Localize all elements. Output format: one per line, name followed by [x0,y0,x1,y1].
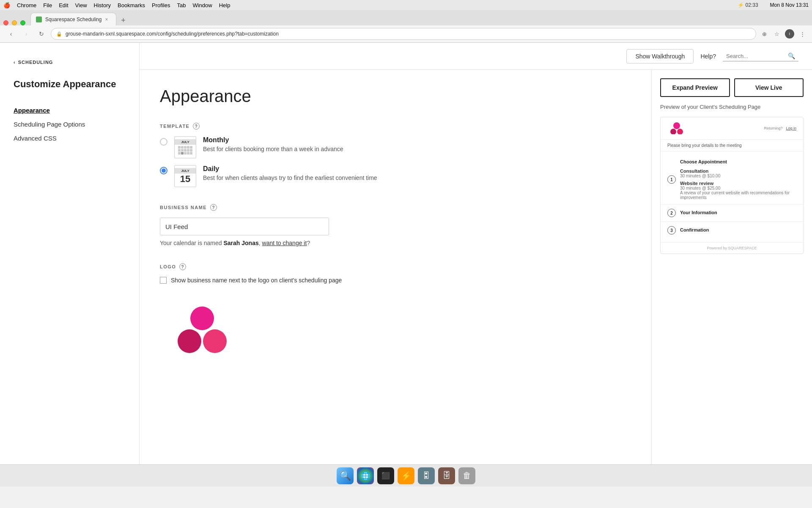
menu-bookmarks[interactable]: Bookmarks [118,2,145,8]
sp-step-1[interactable]: 1 Choose Appointment Consultation 30 min… [661,155,803,204]
change-calendar-link[interactable]: want to change it [262,240,307,246]
sp-step-3[interactable]: 3 Confirmation [661,222,803,239]
dock: 🔍 🌐 ⬛ ⚡ 🎛 🗄 🗑 [0,464,812,486]
sp-step-2[interactable]: 2 Your Information [661,204,803,222]
dock-finder[interactable]: 🔍 [337,467,354,484]
menu-file[interactable]: File [43,2,52,8]
sidebar-item-appearance[interactable]: Appearance [14,104,126,116]
svg-point-5 [677,129,683,134]
sp-mini-logo [667,122,684,134]
maximize-window-button[interactable] [20,20,25,25]
business-name-section: BUSINESS NAME ? Your calendar is named S… [160,204,631,246]
reload-button[interactable]: ↻ [36,28,47,40]
search-icon[interactable]: 🔍 [788,52,795,59]
logo-checkbox-row: Show business name next to the logo on c… [160,277,631,284]
dock-controls[interactable]: 🎛 [418,467,435,484]
show-walkthrough-button[interactable]: Show Walkthrough [626,49,694,64]
menu-history[interactable]: History [94,2,111,8]
log-in-link[interactable]: Log in [786,126,796,130]
content-row: Appearance TEMPLATE ? JULY [140,70,812,464]
template-daily-desc: Best for when clients always try to find… [203,174,377,182]
tab-close-button[interactable]: × [105,17,111,22]
business-name-input[interactable] [160,218,329,235]
consultation-detail: 30 minutes @ $10.00 [680,174,796,178]
menu-edit[interactable]: Edit [59,2,68,8]
template-help-icon[interactable]: ? [193,123,200,130]
menu-chrome[interactable]: Chrome [17,2,36,8]
cast-icon[interactable]: ⊕ [760,29,769,39]
new-tab-button[interactable]: + [118,15,128,25]
dock-charged[interactable]: ⚡ [398,467,414,484]
view-live-button[interactable]: View Live [734,78,804,97]
website-review-subdesc: A review of your current website with re… [680,190,796,200]
minimize-window-button[interactable] [12,20,17,25]
template-monthly-desc: Best for clients booking more than a wee… [203,145,343,154]
returning-text: Returning? [764,126,782,130]
tab-favicon [36,17,42,22]
business-name-label-text: BUSINESS NAME [160,205,207,210]
sp-step-1-number: 1 [667,175,676,184]
tab-title: Squarespace Scheduling [45,17,102,22]
bookmark-icon[interactable]: ☆ [772,29,782,39]
svg-point-0 [190,306,214,330]
search-bar: 🔍 [723,51,798,61]
sidebar: ‹ SCHEDULING Customize Appearance Appear… [0,43,140,464]
sp-step-3-number: 3 [667,226,676,235]
tabs-bar: Squarespace Scheduling × + [0,10,812,25]
top-bar: Show Walkthrough Help? 🔍 [140,43,812,70]
template-daily-icon: JULY 15 [174,165,196,187]
template-daily-radio[interactable] [160,167,167,174]
mac-menu-bar: 🍎 Chrome File Edit View History Bookmark… [0,0,812,10]
svg-point-4 [670,129,676,134]
template-monthly-text: Monthly Best for clients booking more th… [203,136,343,154]
business-name-help-icon[interactable]: ? [210,204,217,211]
sidebar-item-advanced-css[interactable]: Advanced CSS [14,132,126,144]
menu-view[interactable]: View [75,2,87,8]
dock-trash[interactable]: 🗑 [458,467,475,484]
back-to-scheduling[interactable]: ‹ SCHEDULING [14,60,126,65]
logo-help-icon[interactable]: ? [179,263,186,270]
page-heading: Appearance [160,87,631,106]
menu-help[interactable]: Help [219,2,230,8]
dock-chrome[interactable]: 🌐 [357,467,374,484]
dock-db-browser[interactable]: 🗄 [438,467,455,484]
website-review-name: Website review [680,181,796,186]
menu-tab[interactable]: Tab [177,2,186,8]
template-section-label: TEMPLATE ? [160,123,631,130]
app-wrapper: ‹ SCHEDULING Customize Appearance Appear… [0,43,812,486]
logo-checkbox[interactable] [160,277,167,284]
sp-header: Returning? Log in [661,117,803,140]
template-label-text: TEMPLATE [160,124,189,129]
sp-returning: Returning? Log in [764,126,796,130]
search-input[interactable] [726,53,785,59]
dock-terminal[interactable]: ⬛ [377,467,394,484]
apple-menu[interactable]: 🍎 [3,2,10,8]
sp-step-2-content: Your Information [680,210,796,216]
close-window-button[interactable] [3,20,8,25]
back-label: SCHEDULING [18,60,53,65]
schedule-page-preview: Returning? Log in Please bring your deta… [660,117,804,254]
expand-preview-button[interactable]: Expand Preview [660,78,730,97]
main-area: ‹ SCHEDULING Customize Appearance Appear… [0,43,812,464]
nav-bar: ‹ › ↻ 🔒 grouse-mandarin-sxnl.squarespace… [0,25,812,42]
logo-preview [160,294,244,362]
menu-window[interactable]: Window [192,2,212,8]
extensions-icon[interactable]: ⋮ [798,29,807,39]
template-monthly-name: Monthly [203,136,343,144]
profile-icon[interactable]: I [785,29,794,39]
forward-button[interactable]: › [20,28,32,40]
sidebar-nav: Appearance Scheduling Page Options Advan… [14,104,126,144]
menu-profiles[interactable]: Profiles [152,2,170,8]
active-tab[interactable]: Squarespace Scheduling × [30,13,116,25]
main-layout: Show Walkthrough Help? 🔍 Appearance TEMP… [140,43,812,464]
back-button[interactable]: ‹ [5,28,17,40]
sp-footer: Powered by SQUARESPACE [661,242,803,254]
preview-actions: Expand Preview View Live [660,78,804,97]
datetime: Mon 8 Nov 13:31 [770,2,809,8]
sidebar-item-scheduling-page-options[interactable]: Scheduling Page Options [14,118,126,130]
lock-icon: 🔒 [56,31,62,37]
address-bar[interactable]: 🔒 grouse-mandarin-sxnl.squarespace.com/c… [51,28,756,40]
template-options: JULY Monthly Best for clients booking mo… [160,136,631,187]
help-button[interactable]: Help? [700,53,716,60]
template-monthly-radio[interactable] [160,138,167,146]
